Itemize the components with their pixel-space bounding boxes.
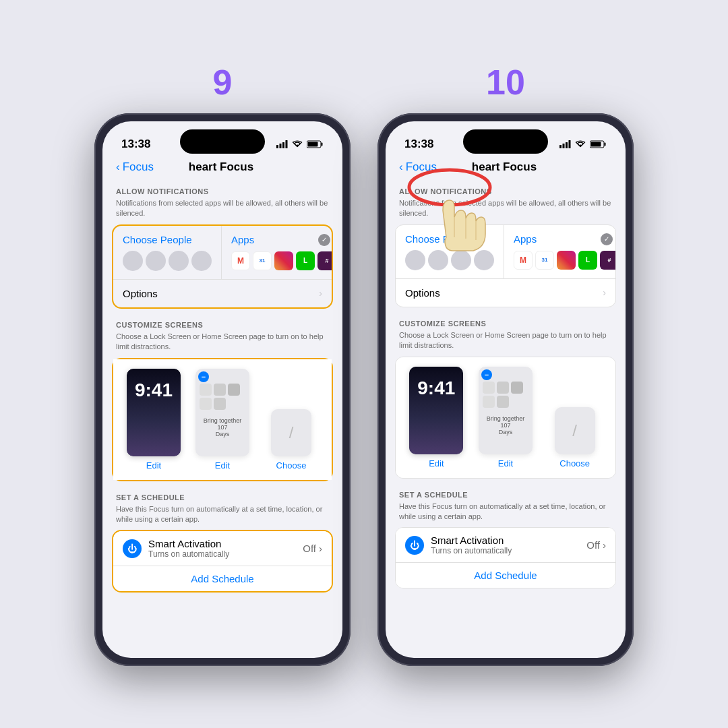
add-schedule-link-10[interactable]: Add Schedule	[396, 562, 615, 588]
options-chevron-9: ›	[319, 288, 322, 299]
svg-rect-2	[282, 142, 284, 148]
screen-content-10: ALLOW NOTIFICATIONS Notifications from s…	[386, 179, 626, 642]
phone-10: 13:38	[377, 113, 634, 666]
options-row-10[interactable]: Options ›	[396, 278, 615, 307]
hs-icon-3-9	[228, 384, 240, 396]
lock-time-9: 9:41	[127, 369, 181, 401]
avatar-2-10	[428, 250, 448, 270]
time-10: 13:38	[404, 138, 433, 151]
back-chevron-10: ‹	[399, 160, 403, 174]
svg-rect-3	[286, 140, 288, 148]
apps-label-9: Apps	[231, 234, 254, 245]
allow-notif-subtext-10: Notifications from selected apps will be…	[386, 198, 626, 224]
smart-chevron-9: ›	[319, 543, 322, 554]
nav-title-9: heart Focus	[189, 160, 253, 174]
smart-activation-row-10[interactable]: ⏻ Smart Activation Turns on automaticall…	[396, 528, 615, 562]
wifi-icon-9	[292, 140, 303, 148]
smart-sub-10: Turns on automatically	[431, 546, 580, 555]
choose-people-cell-10[interactable]: Choose P...	[396, 225, 504, 278]
apps-cell-9[interactable]: Apps ✓ › M	[222, 226, 333, 279]
choose-people-cell-9[interactable]: Choose People	[113, 226, 222, 279]
smart-title-10: Smart Activation	[431, 535, 580, 546]
line-icon-9: L	[296, 251, 315, 270]
smart-activation-row-9[interactable]: ⏻ Smart Activation Turns on automaticall…	[113, 531, 332, 566]
apps-icons-row-10: M 31 L #	[514, 251, 616, 270]
home-row2-10	[483, 396, 528, 408]
gmail-icon-10: M	[514, 251, 533, 270]
smart-right-10: Off ›	[586, 539, 606, 551]
home-row2-9	[200, 398, 245, 410]
allow-notif-header-9: ALLOW NOTIFICATIONS	[102, 179, 342, 198]
screens-grid-10: − 9:41 Edit −	[396, 357, 615, 478]
step-10-number: 10	[486, 62, 525, 102]
home-row1-9	[200, 384, 245, 396]
step-9-container: 9 13:38	[94, 62, 351, 666]
avatar-1-10	[405, 250, 425, 270]
calendar-icon-10: 31	[535, 251, 554, 270]
status-icons-9	[276, 140, 324, 148]
smart-off-9: Off	[303, 543, 316, 554]
avatar-row-9	[123, 251, 212, 271]
minus-btn-home-9[interactable]: −	[198, 371, 209, 382]
allow-notif-header-10: ALLOW NOTIFICATIONS	[386, 179, 626, 198]
choose-watch-label-10[interactable]: Choose	[559, 458, 590, 468]
hs-icon-4-10	[483, 396, 495, 408]
edit-home-label-10[interactable]: Edit	[498, 458, 513, 468]
apps-badge-10: ✓	[601, 233, 613, 245]
minus-btn-home-10[interactable]: −	[481, 369, 492, 380]
wifi-icon-10	[575, 140, 586, 148]
nav-back-label-9[interactable]: Focus	[123, 160, 154, 174]
nav-back-label-10[interactable]: Focus	[406, 160, 437, 174]
dynamic-island-9	[180, 129, 265, 154]
svg-rect-14	[569, 140, 571, 148]
watch-slash-10: /	[572, 421, 577, 440]
smart-info-9: Smart Activation Turns on automatically	[148, 538, 296, 559]
time-9: 13:38	[121, 138, 150, 151]
svg-rect-11	[559, 145, 562, 148]
slack-icon-10: #	[600, 251, 616, 270]
nav-back-10[interactable]: ‹ Focus	[399, 160, 437, 174]
apps-chevron-10: ›	[615, 234, 616, 245]
schedule-header-9: SET A SCHEDULE	[102, 485, 342, 504]
avatar-3-10	[451, 250, 471, 270]
apps-cell-10[interactable]: Apps ✓ › M	[504, 225, 616, 278]
watch-slash-9: /	[289, 423, 294, 442]
power-icon-10: ⏻	[405, 536, 424, 555]
edit-lock-label-10[interactable]: Edit	[429, 458, 444, 468]
home-screen-preview-10: −	[479, 367, 533, 454]
home-screen-preview-9: −	[195, 369, 249, 456]
add-schedule-link-9[interactable]: Add Schedule	[113, 566, 332, 591]
svg-rect-6	[308, 142, 318, 147]
back-chevron-9: ‹	[116, 160, 120, 174]
battery-icon-10	[590, 140, 607, 148]
lock-screen-preview-10: − 9:41	[409, 367, 463, 454]
customize-header-9: CUSTOMIZE SCREENS	[102, 313, 342, 332]
nav-back-9[interactable]: ‹ Focus	[116, 160, 154, 174]
choose-watch-label-9[interactable]: Choose	[276, 460, 307, 471]
notif-card-10: Choose P... Apps	[395, 224, 616, 307]
edit-home-label-9[interactable]: Edit	[215, 460, 230, 471]
svg-rect-17	[591, 142, 601, 147]
avatar-4-10	[474, 250, 494, 270]
lock-screen-bg-10: 9:41	[409, 367, 463, 454]
options-row-9[interactable]: Options ›	[113, 279, 332, 307]
apps-label-10: Apps	[514, 233, 537, 245]
edit-lock-label-9[interactable]: Edit	[146, 460, 161, 471]
hs-icon-3-10	[511, 382, 523, 394]
apps-badge-9: ✓	[318, 234, 330, 246]
check-mark-10: ✓	[604, 235, 609, 243]
avatar-row-10	[405, 250, 494, 270]
smart-title-9: Smart Activation	[148, 538, 296, 549]
avatar-4-9	[191, 251, 212, 271]
smart-right-9: Off ›	[303, 543, 322, 554]
step-9-number: 9	[213, 62, 233, 102]
options-chevron-10: ›	[603, 287, 606, 298]
phone-9-screen: 13:38	[102, 121, 342, 658]
customize-subtext-10: Choose a Lock Screen or Home Screen page…	[386, 330, 626, 357]
watch-item-9: / Choose	[260, 409, 322, 471]
nav-title-10: heart Focus	[472, 160, 537, 174]
gmail-icon-9: M	[231, 251, 250, 270]
check-mark-9: ✓	[322, 236, 327, 243]
hs-icon-5-9	[214, 398, 226, 410]
avatar-2-9	[146, 251, 166, 271]
